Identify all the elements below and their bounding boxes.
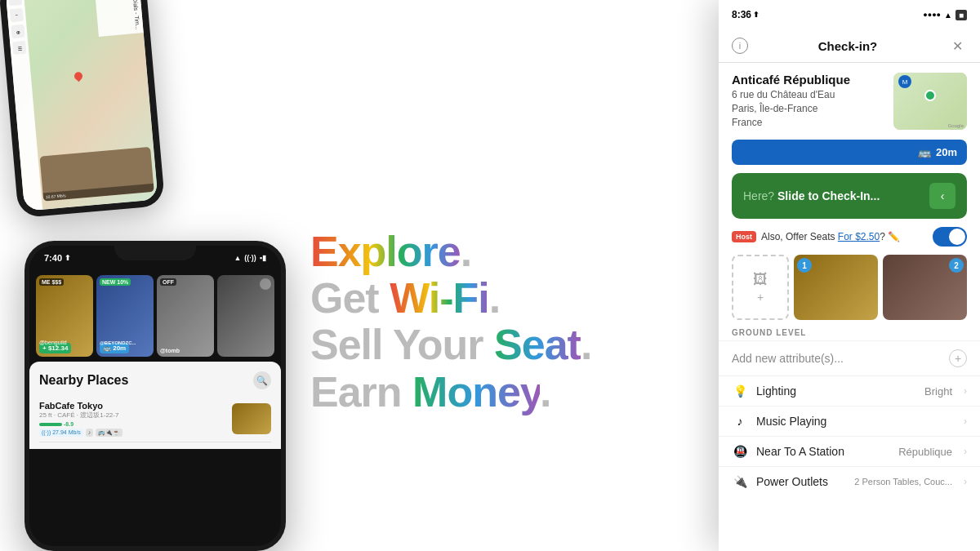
photo-thumb-2[interactable]: 2 (883, 255, 967, 320)
host-offer-text: Also, Offer Seats For $2.50? ✏️ (761, 231, 928, 242)
nearby-search-button[interactable]: 🔍 (253, 371, 271, 389)
story-card-1[interactable]: ME $$$ + $12.34 @benguild (36, 275, 93, 357)
tagline-earn-text: Earn (310, 368, 412, 415)
icons-tag: 🚌🔌☕ (96, 429, 122, 437)
add-attribute-plus-icon[interactable]: + (949, 349, 967, 367)
music-chevron: › (964, 415, 967, 427)
map-icon-zoom-in[interactable]: + (8, 0, 22, 6)
status-bar-right: 8:36 ⬆ ●●●● ▲ ■ (719, 0, 980, 29)
map-thumb-caption: 10.67 Mb/s (42, 184, 154, 202)
story-card-2[interactable]: NEW 10% 🚌 20m @BEYONDZC... (96, 275, 154, 357)
slide-prompt: Here? Slide to Check-In... (743, 189, 880, 202)
lighting-value: Bright (924, 385, 952, 398)
tags-row-1: ((·)) 27.94 Mb/s ♪ 🚌🔌☕ (39, 429, 225, 437)
photo-num-1: 1 (797, 258, 812, 273)
station-chevron: › (964, 446, 967, 457)
story-user-3: @tomb (160, 348, 180, 353)
host-toggle[interactable] (933, 227, 967, 247)
stories-row: ME $$$ + $12.34 @benguild NEW 10% 🚌 20m … (29, 270, 281, 362)
host-price-link[interactable]: For $2.50 (838, 231, 880, 242)
slide-checkin-bar[interactable]: Here? Slide to Check-In... ‹ (732, 173, 967, 219)
venue-map-label: Google (948, 123, 964, 128)
rating-fill-1 (39, 423, 62, 426)
phone-right-screen: 8:36 ⬆ ●●●● ▲ ■ i Check-in? ✕ Anticafé R… (719, 0, 980, 551)
nearby-item-1[interactable]: FabCafe Tokyo 25 ft · CAFÉ · 渡辺坂1-22-7 -… (39, 396, 271, 442)
plus-icon: + (757, 291, 764, 304)
story-card-4[interactable] (217, 275, 274, 357)
add-attr-text: Add new attribute(s)... (732, 352, 941, 365)
outlets-label: Power Outlets (756, 475, 846, 488)
photo-thumb-1[interactable]: 1 (794, 255, 878, 320)
map-background: + − ⊕ ☰ Seven Dials - Tim... 10.67 Mb/s (5, 0, 158, 211)
phone-notch (114, 241, 196, 260)
checkin-info-icon[interactable]: i (732, 38, 748, 54)
tagline-earn-punct: . (540, 368, 550, 415)
address-line-2: Paris, Île-de-France (732, 102, 885, 116)
nearby-section: Nearby Places 🔍 FabCafe Tokyo 25 ft · CA… (29, 362, 281, 449)
attr-music-row[interactable]: ♪ Music Playing › (719, 406, 980, 436)
photos-row: 🖼 + 1 2 (732, 255, 967, 320)
tagline-explore-text: Explore (310, 228, 461, 275)
venue-address: 6 rue du Château d'Eau Paris, Île-de-Fra… (732, 88, 885, 129)
map-icon-zoom-out[interactable]: − (10, 8, 24, 22)
tagline-explore-punct: . (461, 228, 471, 275)
venue-map-bg: M Google (893, 73, 967, 130)
station-icon: 🚇 (732, 445, 748, 458)
host-offer-row: Host Also, Offer Seats For $2.50? ✏️ (732, 227, 967, 247)
checkin-title: Check-in? (748, 39, 947, 53)
lighting-label: Lighting (756, 384, 916, 398)
map-icon-layers[interactable]: ⊕ (11, 24, 24, 38)
slide-arrow-icon: ‹ (929, 183, 956, 209)
location-arrow-right: ⬆ (753, 11, 760, 19)
tagline-money-text: Money (412, 368, 540, 415)
rating-text-1: -8.9 (64, 421, 74, 427)
checkin-close-button[interactable]: ✕ (947, 36, 967, 56)
location-arrow: ⬆ (65, 254, 71, 262)
distance-value: 20m (936, 146, 957, 158)
nearby-item-sub-1: 25 ft · CAFÉ · 渡辺坂1-22-7 (39, 411, 225, 420)
metro-icon: M (898, 75, 911, 88)
checkin-header: i Check-in? ✕ (719, 29, 980, 63)
distance-button[interactable]: 🚌 20m (732, 140, 967, 165)
story-card-3[interactable]: OFF @tomb (157, 275, 214, 357)
venue-name: Anticafé République (732, 73, 885, 87)
lighting-chevron: › (964, 385, 967, 397)
tagline-wifi: Get Wi-Fi. (310, 275, 637, 322)
attr-outlets-row[interactable]: 🔌 Power Outlets 2 Person Tables, Couc...… (719, 466, 980, 496)
story-avatar-4 (260, 278, 271, 290)
nearby-title: Nearby Places (39, 373, 128, 388)
nearby-item-info-1: FabCafe Tokyo 25 ft · CAFÉ · 渡辺坂1-22-7 -… (39, 401, 225, 437)
wifi-tag: ((·)) 27.94 Mb/s (39, 429, 83, 437)
station-value: République (898, 446, 952, 458)
taglines-section: Explore. Get Wi-Fi. Sell Your Seat. Earn… (310, 229, 637, 415)
music-icon: ♪ (732, 415, 748, 428)
add-attribute-row[interactable]: Add new attribute(s)... + (719, 340, 980, 375)
outlets-chevron: › (964, 476, 967, 487)
story-badge-2: NEW 10% (100, 278, 131, 286)
music-tag: ♪ (86, 429, 94, 437)
photo-placeholder-icon: 🖼 (753, 271, 768, 288)
station-label: Near To A Station (756, 445, 890, 458)
status-icons-right-bar: ●●●● ▲ ■ (923, 10, 967, 20)
music-label: Music Playing (756, 415, 944, 428)
battery-icon-left: ▪▮ (260, 254, 266, 262)
map-icon-menu[interactable]: ☰ (12, 41, 26, 55)
tagline-wifi-punct: . (489, 274, 500, 322)
venue-map-pin (924, 90, 936, 101)
ground-level-label: GROUND LEVEL (719, 328, 980, 340)
wifi-icon-left: ((·)) (244, 254, 256, 262)
time-left: 7:40 (44, 253, 62, 263)
photo-add-button[interactable]: 🖼 + (732, 255, 789, 320)
toggle-knob (949, 229, 965, 245)
attr-lighting-row[interactable]: 💡 Lighting Bright › (719, 375, 980, 406)
address-line-1: 6 rue du Château d'Eau (732, 88, 885, 102)
signal-bars: ▲ (234, 254, 241, 262)
phone-top-left: + − ⊕ ☰ Seven Dials - Tim... 10.67 Mb/s (0, 0, 165, 218)
tagline-earn: Earn Money. (310, 369, 637, 415)
map-label: Seven Dials - Tim... (94, 0, 144, 37)
attr-station-row[interactable]: 🚇 Near To A Station République › (719, 436, 980, 466)
battery-right: ■ (956, 10, 967, 20)
phone-right: 8:36 ⬆ ●●●● ▲ ■ i Check-in? ✕ Anticafé R… (719, 0, 980, 551)
tagline-sell: Sell Your Seat. (310, 322, 637, 368)
tagline-get: Get (310, 274, 390, 322)
